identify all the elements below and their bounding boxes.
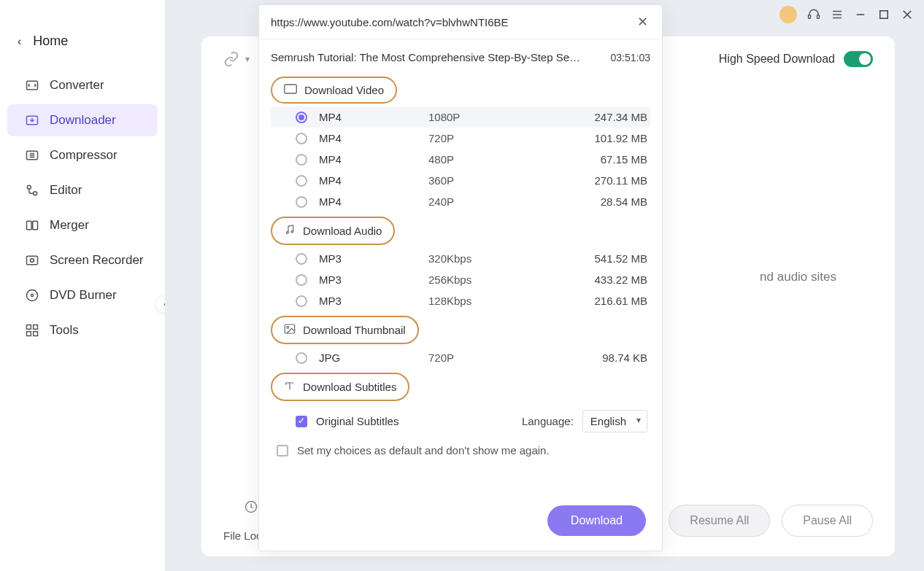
close-window-button[interactable]: [901, 8, 914, 21]
sidebar-item-label: Tools: [50, 323, 79, 338]
menu-icon[interactable]: [831, 8, 844, 21]
size-label: 247.34 MB: [553, 111, 647, 123]
radio[interactable]: [296, 274, 307, 286]
radio[interactable]: [296, 112, 307, 123]
sidebar-item-converter[interactable]: Converter: [7, 69, 158, 101]
svg-rect-21: [34, 325, 38, 330]
svg-point-13: [34, 192, 37, 195]
sidebar-item-label: Downloader: [50, 113, 116, 128]
quality-label: 720P: [428, 132, 553, 144]
download-button[interactable]: Download: [547, 505, 646, 536]
converter-icon: [25, 78, 39, 93]
headset-icon[interactable]: [807, 8, 820, 21]
radio[interactable]: [296, 154, 307, 166]
quality-label: 240P: [428, 195, 553, 208]
svg-rect-14: [27, 221, 32, 230]
language-label: Language:: [522, 415, 574, 427]
svg-point-12: [27, 185, 31, 189]
quality-label: 360P: [428, 174, 553, 187]
sidebar-item-dvd-burner[interactable]: DVD Burner: [7, 279, 158, 311]
background-hint-text: nd audio sites: [760, 270, 836, 284]
home-label: Home: [33, 34, 68, 49]
format-label: MP3: [319, 295, 428, 307]
language-select[interactable]: English: [582, 410, 647, 432]
clock-icon: [244, 500, 258, 518]
section-download-video[interactable]: Download Video: [271, 77, 397, 104]
format-label: MP3: [319, 273, 428, 286]
high-speed-label: High Speed Download: [719, 53, 835, 66]
maximize-button[interactable]: [877, 8, 890, 21]
format-label: MP3: [319, 252, 428, 265]
compressor-icon: [25, 148, 39, 163]
audio-option[interactable]: MP3128Kbps216.61 MB: [271, 290, 650, 311]
quality-label: 256Kbps: [428, 273, 553, 286]
section-download-thumbnail[interactable]: Download Thumbnail: [271, 316, 419, 344]
url-paste-group[interactable]: ▾: [223, 51, 250, 67]
video-option[interactable]: MP4360P270.11 MB: [271, 170, 650, 191]
format-label: MP4: [319, 153, 428, 166]
quality-label: 480P: [428, 153, 553, 166]
titlebar: [779, 0, 924, 29]
svg-point-27: [291, 230, 293, 233]
sidebar-item-label: DVD Burner: [50, 288, 117, 303]
close-icon[interactable]: ✕: [634, 14, 650, 30]
sidebar-item-compressor[interactable]: Compressor: [7, 139, 158, 171]
size-label: 270.11 MB: [553, 174, 647, 187]
sidebar-item-screen-recorder[interactable]: Screen Recorder: [7, 244, 158, 276]
svg-point-29: [287, 327, 289, 329]
high-speed-toggle[interactable]: [844, 51, 873, 67]
footer-buttons: Resume All Pause All: [669, 505, 873, 537]
audio-option[interactable]: MP3320Kbps541.52 MB: [271, 248, 650, 269]
avatar[interactable]: [779, 6, 797, 23]
quality-label: 128Kbps: [428, 295, 553, 307]
format-label: MP4: [319, 195, 428, 208]
radio[interactable]: [296, 352, 307, 364]
screen-recorder-icon: [25, 253, 39, 268]
sidebar-item-label: Compressor: [50, 148, 118, 163]
sidebar-item-label: Editor: [50, 183, 82, 198]
svg-rect-23: [34, 332, 38, 336]
svg-rect-28: [285, 325, 294, 333]
svg-rect-20: [27, 325, 31, 330]
video-duration: 03:51:03: [611, 52, 651, 63]
radio[interactable]: [296, 175, 307, 187]
chevron-left-icon: ‹: [18, 35, 21, 48]
section-download-audio[interactable]: Download Audio: [271, 217, 395, 245]
size-label: 101.92 MB: [553, 132, 647, 144]
sidebar-item-downloader[interactable]: Downloader: [7, 104, 158, 136]
default-checkbox[interactable]: [277, 445, 288, 457]
default-label: Set my choices as default and don't show…: [297, 444, 550, 457]
text-icon: [284, 380, 296, 394]
language-value: English: [590, 415, 626, 427]
section-download-subtitles[interactable]: Download Subtitles: [271, 373, 409, 401]
radio[interactable]: [296, 295, 307, 307]
sidebar-item-merger[interactable]: Merger: [7, 209, 158, 241]
video-option[interactable]: MP41080P247.34 MB: [271, 106, 650, 128]
svg-point-19: [31, 294, 33, 296]
music-icon: [284, 224, 296, 238]
minimize-button[interactable]: [854, 8, 867, 21]
pause-all-button[interactable]: Pause All: [782, 505, 873, 537]
radio[interactable]: [296, 196, 307, 208]
original-subtitles-label: Original Subtitles: [316, 415, 399, 427]
dialog-url: https://www.youtube.com/watch?v=blvhwNTI…: [271, 16, 509, 28]
sidebar-item-tools[interactable]: Tools: [7, 314, 158, 346]
sidebar-item-label: Screen Recorder: [50, 253, 144, 268]
video-option[interactable]: MP4480P67.15 MB: [271, 149, 650, 170]
svg-rect-15: [33, 221, 38, 230]
original-subtitles-checkbox[interactable]: [296, 416, 307, 427]
video-title: Semrush Tutorial: The Most Comprehensive…: [271, 51, 585, 63]
home-nav[interactable]: ‹ Home: [0, 26, 165, 66]
quality-label: 1080P: [428, 111, 553, 123]
sidebar-item-label: Merger: [50, 218, 89, 233]
sidebar-item-editor[interactable]: Editor: [7, 174, 158, 206]
section-thumbnail-label: Download Thumbnail: [303, 324, 406, 336]
audio-option[interactable]: MP3256Kbps433.22 MB: [271, 269, 650, 290]
thumbnail-option[interactable]: JPG720P98.74 KB: [271, 347, 650, 368]
radio[interactable]: [296, 133, 307, 144]
resume-all-button[interactable]: Resume All: [669, 505, 770, 537]
video-option[interactable]: MP4720P101.92 MB: [271, 128, 650, 149]
radio[interactable]: [296, 253, 307, 265]
download-dialog: https://www.youtube.com/watch?v=blvhwNTI…: [258, 4, 663, 551]
video-option[interactable]: MP4240P28.54 MB: [271, 191, 650, 212]
